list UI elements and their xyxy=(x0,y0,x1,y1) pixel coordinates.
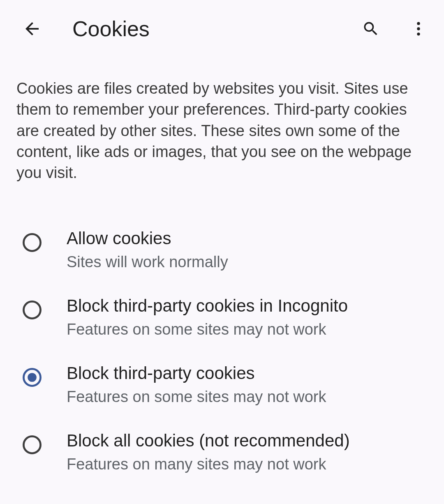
option-title: Allow cookies xyxy=(67,228,228,250)
back-arrow-icon xyxy=(22,19,42,39)
radio-unchecked-icon xyxy=(21,434,43,455)
radio-unchecked-icon xyxy=(21,299,43,321)
more-vert-icon xyxy=(409,20,428,38)
option-title: Block third-party cookies in Incognito xyxy=(67,295,348,317)
option-block-all[interactable]: Block all cookies (not recommended) Feat… xyxy=(0,418,444,486)
option-text: Block third-party cookies in Incognito F… xyxy=(67,295,348,340)
svg-point-6 xyxy=(28,373,37,382)
option-subtitle: Features on many sites may not work xyxy=(67,454,350,474)
option-title: Block all cookies (not recommended) xyxy=(67,430,350,452)
radio-checked-icon xyxy=(21,367,43,388)
option-subtitle: Features on some sites may not work xyxy=(67,319,348,340)
option-text: Block all cookies (not recommended) Feat… xyxy=(67,430,350,474)
option-subtitle: Sites will work normally xyxy=(67,252,228,272)
radio-button[interactable] xyxy=(21,232,43,253)
search-icon xyxy=(362,20,380,38)
app-bar: Cookies xyxy=(0,0,444,53)
search-button[interactable] xyxy=(358,16,383,41)
add-site-exception-button[interactable]: ADD SITE EXCEPTION xyxy=(0,486,444,504)
option-block-third-party[interactable]: Block third-party cookies Features on so… xyxy=(0,351,444,418)
radio-button[interactable] xyxy=(21,434,43,455)
svg-point-3 xyxy=(23,234,40,251)
cookie-options: Allow cookies Sites will work normally B… xyxy=(0,204,444,486)
back-button[interactable] xyxy=(20,16,44,41)
svg-point-7 xyxy=(23,437,40,453)
overflow-menu-button[interactable] xyxy=(406,16,431,41)
cookies-description: Cookies are files created by websites yo… xyxy=(0,53,444,204)
svg-point-4 xyxy=(23,302,40,319)
radio-button[interactable] xyxy=(21,299,43,321)
option-text: Allow cookies Sites will work normally xyxy=(67,228,228,272)
option-block-third-party-incognito[interactable]: Block third-party cookies in Incognito F… xyxy=(0,284,444,351)
option-subtitle: Features on some sites may not work xyxy=(67,387,326,407)
option-text: Block third-party cookies Features on so… xyxy=(67,363,326,407)
svg-point-0 xyxy=(417,22,420,25)
svg-point-1 xyxy=(417,27,420,30)
radio-unchecked-icon xyxy=(21,232,43,253)
radio-button[interactable] xyxy=(21,367,43,388)
svg-point-2 xyxy=(417,32,420,35)
page-title: Cookies xyxy=(72,16,335,41)
option-title: Block third-party cookies xyxy=(67,363,326,384)
option-allow-cookies[interactable]: Allow cookies Sites will work normally xyxy=(0,216,444,284)
